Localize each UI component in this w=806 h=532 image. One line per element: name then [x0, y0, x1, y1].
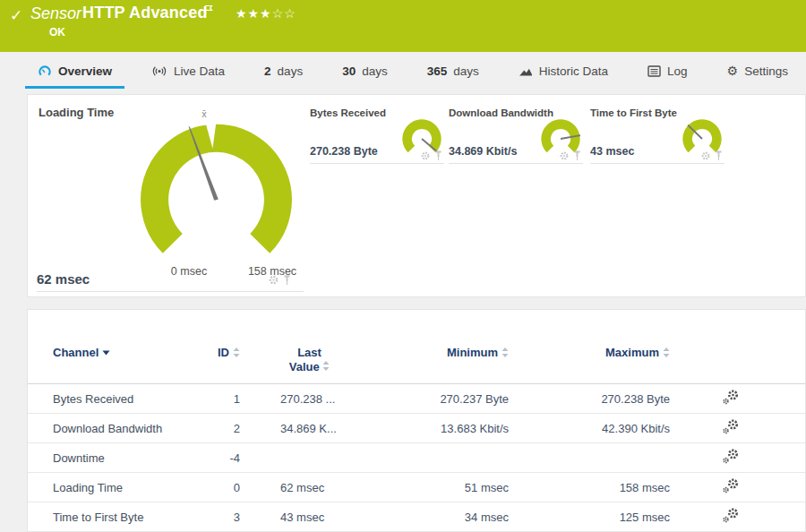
sensor-status-header: ✓ Sensor HTTP Advanced ★★★☆☆ OK: [0, 0, 806, 52]
tab-settings[interactable]: ⚙ Settings: [715, 56, 801, 89]
channel-minimum: 270.237 Byte: [379, 384, 509, 414]
object-kind-label: Sensor: [30, 4, 81, 23]
tab-log[interactable]: Log: [635, 56, 700, 89]
channel-last-value: 34.869 K...: [240, 414, 379, 443]
prtg-sensor-page: ✓ Sensor HTTP Advanced ★★★☆☆ OK Overview…: [0, 0, 806, 532]
status-badge: OK: [49, 26, 65, 39]
channel-name: Download Bandwidth: [28, 414, 191, 443]
tab-bar: Overview Live Data 2 days 30 days 365 da…: [25, 56, 801, 89]
mini-gauge-time-to-first-byte[interactable]: Time to First Byte 43 msec: [590, 102, 725, 164]
channel-maximum: 158 msec: [509, 473, 670, 502]
time-to-first-byte-value: 43 msec: [590, 145, 634, 158]
settings-gear-icon: ⚙: [727, 64, 739, 77]
channel-last-value: 270.238 ...: [240, 384, 379, 414]
tab-2-days[interactable]: 2 days: [252, 56, 315, 89]
channel-gear-icon[interactable]: [268, 274, 279, 286]
loading-time-value: 62 msec: [37, 271, 90, 287]
priority-stars[interactable]: ★★★☆☆: [236, 6, 296, 21]
tab-365-days[interactable]: 365 days: [415, 56, 492, 89]
table-row: Loading Time 0 62 msec 51 msec 158 msec: [28, 473, 805, 502]
channel-maximum: 42.390 Kbit/s: [509, 414, 670, 443]
gauge-icon: [38, 64, 52, 78]
primary-gauge-loading-time[interactable]: Loading Time x̄ 0 msec 158 msec 62 msec: [37, 95, 304, 292]
edit-channel-gears-icon[interactable]: [722, 418, 740, 438]
channel-maximum: [509, 443, 670, 473]
channel-maximum: 125 msec: [509, 502, 670, 532]
channel-minimum: [379, 443, 509, 473]
edit-channel-gears-icon[interactable]: [722, 448, 740, 468]
live-data-icon: [151, 64, 167, 78]
mini-gauge-bytes-received[interactable]: Bytes Received 270.238 Byte: [310, 102, 444, 164]
channel-gear-icon[interactable]: [700, 150, 711, 161]
channel-id: 0: [191, 473, 240, 502]
tab-overview[interactable]: Overview: [25, 56, 124, 89]
tab-historic-data[interactable]: Historic Data: [506, 56, 621, 89]
mean-marker-label: x̄: [194, 108, 214, 119]
historic-chart-icon: [519, 64, 533, 77]
download-bandwidth-value: 34.869 Kbit/s: [449, 145, 517, 158]
sensor-title: HTTP Advanced: [82, 4, 208, 22]
channels-table: Channel ID Last Value Minimum: [28, 310, 805, 532]
channel-id: 2: [191, 414, 240, 443]
loading-time-gauge[interactable]: [118, 109, 314, 288]
channel-id: -4: [191, 443, 240, 473]
channels-panel: Channel ID Last Value Minimum: [27, 309, 806, 532]
edit-channel-gears-icon[interactable]: [722, 477, 740, 497]
channel-last-value: 62 msec: [240, 473, 379, 502]
column-header-actions: [670, 310, 805, 384]
channel-name: Time to First Byte: [28, 502, 191, 532]
bytes-received-value: 270.238 Byte: [310, 145, 378, 158]
channel-id: 3: [191, 502, 240, 532]
channel-last-value: 43 msec: [240, 502, 379, 532]
sort-both-icon: [322, 361, 330, 371]
table-row: Downtime -4: [28, 443, 805, 473]
pin-icon[interactable]: [283, 275, 291, 286]
gauge-scale-min: 0 msec: [153, 265, 225, 278]
column-header-maximum[interactable]: Maximum: [509, 310, 670, 384]
tab-live-data[interactable]: Live Data: [139, 56, 237, 89]
sort-both-icon: [663, 348, 670, 357]
primary-gauge-title: Loading Time: [39, 106, 114, 119]
sort-both-icon: [502, 348, 509, 357]
log-list-icon: [647, 65, 661, 77]
channel-minimum: 51 msec: [379, 473, 509, 502]
channel-minimum: 34 msec: [379, 502, 509, 532]
sort-both-icon: [233, 348, 240, 357]
mini-gauge-download-bandwidth[interactable]: Download Bandwidth 34.869 Kbit/s: [449, 102, 583, 164]
table-row: Download Bandwidth 2 34.869 K... 13.683 …: [28, 414, 805, 443]
tab-30-days[interactable]: 30 days: [330, 56, 400, 89]
channel-id: 1: [191, 384, 240, 414]
channel-name: Bytes Received: [28, 384, 191, 414]
table-row: Time to First Byte 3 43 msec 34 msec 125…: [28, 502, 805, 532]
table-row: Bytes Received 1 270.238 ... 270.237 Byt…: [28, 384, 805, 414]
channel-gear-icon[interactable]: [559, 150, 570, 161]
edit-channel-gears-icon[interactable]: [722, 389, 740, 408]
channel-gear-icon[interactable]: [420, 150, 431, 161]
column-header-minimum[interactable]: Minimum: [379, 310, 509, 384]
priority-flag-icon[interactable]: [204, 4, 214, 19]
gauges-panel: Loading Time x̄ 0 msec 158 msec 62 msec …: [27, 94, 806, 297]
pin-icon[interactable]: [573, 150, 581, 161]
channel-maximum: 270.238 Byte: [509, 384, 670, 414]
column-header-id[interactable]: ID: [191, 310, 240, 384]
pin-icon[interactable]: [434, 150, 442, 161]
edit-channel-gears-icon[interactable]: [722, 507, 740, 527]
sort-desc-icon: [102, 350, 110, 356]
channel-minimum: 13.683 Kbit/s: [379, 414, 509, 443]
channel-name: Downtime: [28, 443, 191, 473]
column-header-channel[interactable]: Channel: [28, 310, 191, 384]
status-ok-check-icon: ✓: [10, 6, 22, 25]
channel-name: Loading Time: [28, 473, 191, 502]
channel-last-value: [240, 443, 379, 473]
pin-icon[interactable]: [715, 150, 723, 161]
column-header-last-value[interactable]: Last Value: [240, 310, 379, 384]
